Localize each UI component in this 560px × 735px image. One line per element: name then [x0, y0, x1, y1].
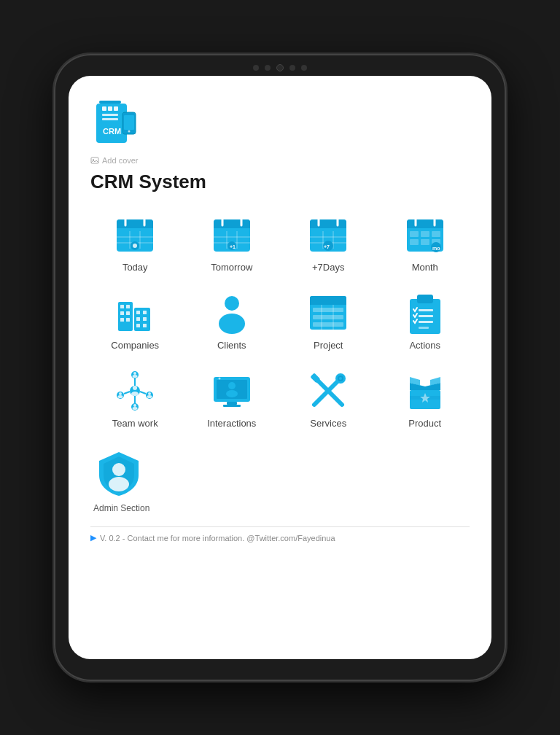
svg-line-106: [124, 392, 130, 394]
today-label: Today: [122, 262, 148, 273]
clients-icon: [211, 292, 253, 334]
svg-text:mo: mo: [432, 246, 440, 251]
svg-rect-67: [136, 311, 140, 314]
svg-rect-61: [120, 305, 124, 308]
icon-companies[interactable]: Companies: [90, 286, 180, 357]
svg-rect-71: [136, 324, 140, 327]
row2-grid: Companies Clients: [90, 286, 470, 357]
tomorrow-label: Tomorrow: [211, 262, 252, 273]
svg-rect-63: [120, 311, 124, 315]
svg-rect-65: [120, 318, 124, 322]
add-cover-label: Add cover: [102, 156, 139, 165]
svg-rect-80: [313, 322, 343, 327]
svg-point-101: [147, 395, 152, 398]
svg-point-121: [339, 377, 342, 380]
svg-point-97: [119, 392, 122, 395]
svg-point-115: [218, 378, 220, 380]
svg-point-23: [133, 244, 137, 248]
row1-grid: Today +1 Tomorrow: [90, 208, 470, 279]
icon-services[interactable]: Services: [284, 364, 373, 435]
svg-rect-3: [108, 106, 112, 111]
icon-teamwork[interactable]: Team work: [90, 364, 180, 435]
svg-point-91: [133, 386, 137, 390]
svg-point-10: [128, 131, 131, 133]
svg-point-125: [112, 463, 125, 476]
project-icon: [307, 292, 349, 334]
clients-label: Clients: [217, 340, 246, 351]
add-cover-button[interactable]: Add cover: [90, 156, 470, 165]
dot1: [253, 65, 259, 71]
actions-label: Actions: [409, 340, 440, 351]
svg-text:+1: +1: [230, 244, 236, 249]
interactions-label: Interactions: [207, 418, 256, 429]
svg-rect-88: [419, 321, 433, 323]
camera-bar: [253, 64, 307, 71]
tablet-screen: CRM Add cover CRM System: [69, 76, 491, 659]
svg-rect-66: [126, 318, 130, 322]
7days-label: +7Days: [312, 262, 344, 273]
crm-logo-icon: CRM: [90, 98, 141, 149]
svg-text:CRM: CRM: [103, 127, 121, 136]
teamwork-icon: [114, 370, 156, 412]
svg-point-126: [109, 477, 129, 491]
icon-tomorrow[interactable]: +1 Tomorrow: [187, 208, 277, 279]
svg-rect-68: [143, 311, 147, 314]
tablet-frame: CRM Add cover CRM System: [54, 54, 506, 681]
dot3: [289, 65, 295, 71]
interactions-icon: [211, 370, 253, 412]
svg-rect-52: [421, 231, 429, 237]
page-title: CRM System: [90, 171, 470, 193]
image-icon: [90, 156, 99, 165]
svg-rect-2: [102, 106, 106, 111]
svg-rect-53: [432, 231, 440, 237]
svg-rect-77: [310, 300, 346, 305]
svg-rect-5: [102, 114, 118, 116]
icon-7days[interactable]: +7 +7Days: [284, 208, 373, 279]
svg-rect-48: [407, 224, 443, 228]
svg-point-98: [118, 395, 123, 398]
svg-rect-87: [419, 315, 433, 317]
icon-today[interactable]: Today: [90, 208, 180, 279]
svg-rect-6: [102, 118, 118, 120]
svg-line-107: [140, 392, 146, 394]
icon-product[interactable]: Product: [381, 364, 470, 435]
svg-rect-4: [114, 106, 118, 111]
companies-icon: [114, 292, 156, 334]
icon-interactions[interactable]: Interactions: [187, 364, 277, 435]
month-label: Month: [412, 262, 438, 273]
icon-admin[interactable]: Admin Section: [90, 442, 470, 519]
svg-point-74: [219, 314, 245, 334]
icon-project[interactable]: Project: [284, 286, 373, 357]
svg-rect-37: [310, 224, 346, 228]
svg-rect-1: [99, 101, 121, 104]
icon-month[interactable]: mo Month: [381, 208, 470, 279]
product-icon: [404, 370, 446, 412]
icon-actions[interactable]: Actions: [381, 286, 470, 357]
svg-point-111: [228, 382, 236, 389]
icon-clients[interactable]: Clients: [187, 286, 277, 357]
dot2: [265, 65, 271, 71]
svg-point-95: [133, 375, 138, 378]
footer-text: ▶ V. 0.2 - Contact me for more informati…: [90, 533, 470, 542]
svg-point-92: [131, 392, 139, 396]
footer-arrow: ▶: [90, 533, 96, 542]
footer-divider: [90, 526, 470, 527]
admin-shield-icon: [93, 448, 144, 499]
svg-rect-72: [143, 324, 147, 327]
svg-rect-78: [313, 308, 343, 312]
svg-rect-89: [419, 327, 429, 329]
app-icon-container: CRM: [90, 98, 470, 152]
svg-rect-114: [223, 405, 241, 407]
svg-rect-9: [124, 115, 134, 130]
project-label: Project: [314, 340, 343, 351]
admin-label: Admin Section: [93, 503, 149, 513]
camera-dot: [276, 64, 284, 71]
svg-rect-64: [126, 311, 130, 315]
teamwork-label: Team work: [112, 418, 158, 429]
svg-rect-15: [117, 224, 153, 228]
svg-rect-26: [214, 224, 250, 228]
svg-rect-85: [420, 296, 430, 299]
svg-rect-86: [419, 309, 433, 311]
product-label: Product: [408, 418, 441, 429]
services-icon: [307, 370, 349, 412]
